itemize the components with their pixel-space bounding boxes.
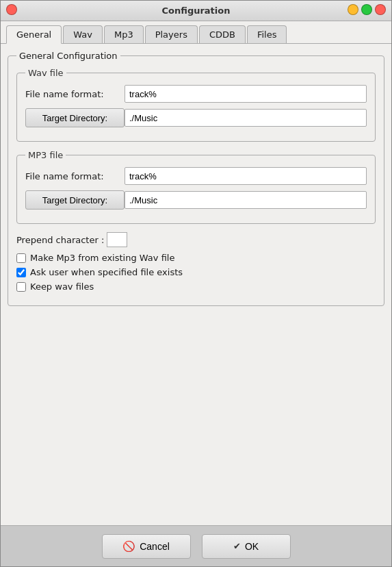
general-config-legend: General Configuration (16, 51, 120, 61)
ask-user-label: Ask user when specified file exists (30, 267, 183, 277)
prepend-input[interactable] (107, 232, 127, 247)
general-config-fieldset: General Configuration Wav file File name… (8, 51, 384, 306)
checkbox-ask-user-row: Ask user when specified file exists (16, 267, 376, 277)
maximize-icon[interactable] (361, 4, 372, 15)
checkbox-make-mp3-row: Make Mp3 from existing Wav file (16, 253, 376, 263)
close-icon-left[interactable] (6, 4, 17, 15)
mp3-targetdir-input[interactable] (125, 191, 367, 209)
cancel-button[interactable]: 🚫 Cancel (102, 534, 191, 559)
footer: 🚫 Cancel ✔ OK (1, 525, 391, 566)
make-mp3-label: Make Mp3 from existing Wav file (30, 253, 174, 263)
mp3-file-fieldset: MP3 file File name format: Target Direct… (16, 150, 376, 224)
tab-wav[interactable]: Wav (63, 25, 103, 43)
wav-targetdir-input[interactable] (125, 109, 367, 127)
tab-mp3[interactable]: Mp3 (104, 25, 144, 43)
ok-button[interactable]: ✔ OK (202, 534, 291, 559)
keep-wav-checkbox[interactable] (16, 282, 26, 292)
wav-file-legend: Wav file (25, 68, 66, 78)
window-controls-left (6, 4, 17, 15)
minimize-icon[interactable] (348, 4, 358, 15)
cancel-label: Cancel (140, 541, 170, 552)
cancel-icon: 🚫 (122, 540, 135, 553)
mp3-filename-label: File name format: (25, 171, 125, 181)
prepend-label: Prepend character : (16, 235, 104, 245)
main-window: Configuration General Wav Mp3 Players CD… (0, 0, 392, 567)
mp3-targetdir-button[interactable]: Target Directory: (25, 190, 125, 210)
tab-files[interactable]: Files (247, 25, 287, 43)
ok-icon: ✔ (233, 541, 241, 551)
make-mp3-checkbox[interactable] (16, 253, 26, 263)
tab-players[interactable]: Players (145, 25, 198, 43)
mp3-filename-input[interactable] (125, 167, 367, 185)
mp3-filename-row: File name format: (25, 167, 367, 185)
window-controls (348, 4, 386, 15)
checkbox-keep-wav-row: Keep wav files (16, 281, 376, 292)
window-title: Configuration (162, 5, 231, 16)
tabs-bar: General Wav Mp3 Players CDDB Files (1, 21, 391, 44)
wav-filename-input[interactable] (125, 85, 367, 103)
tab-cddb[interactable]: CDDB (199, 25, 246, 43)
tab-general[interactable]: General (6, 25, 62, 44)
wav-targetdir-row: Target Directory: (25, 108, 367, 127)
titlebar: Configuration (1, 1, 391, 21)
ask-user-checkbox[interactable] (16, 268, 26, 277)
content-area: General Configuration Wav file File name… (1, 44, 391, 525)
prepend-row: Prepend character : (16, 232, 376, 247)
mp3-file-legend: MP3 file (25, 150, 66, 160)
close-icon[interactable] (375, 4, 386, 15)
wav-filename-row: File name format: (25, 85, 367, 103)
keep-wav-label: Keep wav files (30, 281, 94, 292)
wav-file-fieldset: Wav file File name format: Target Direct… (16, 68, 376, 142)
ok-label: OK (245, 541, 259, 552)
wav-targetdir-button[interactable]: Target Directory: (25, 108, 125, 127)
mp3-targetdir-row: Target Directory: (25, 190, 367, 210)
wav-filename-label: File name format: (25, 89, 125, 99)
